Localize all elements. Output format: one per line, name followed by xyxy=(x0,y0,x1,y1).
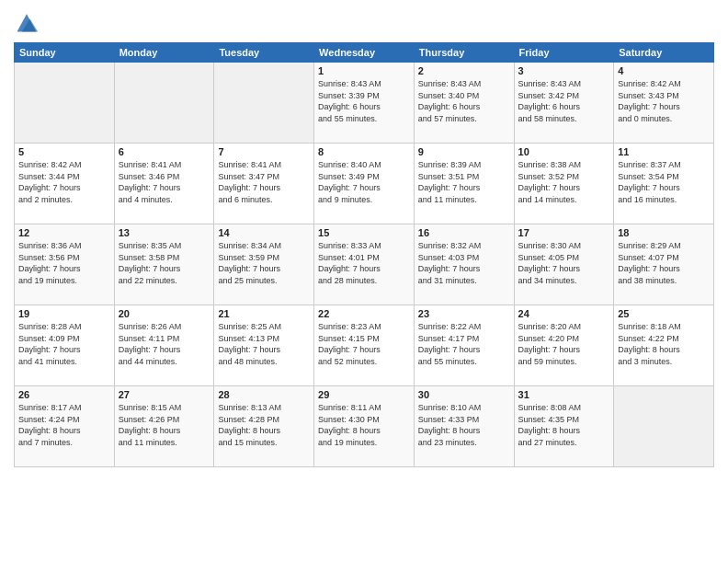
day-number: 14 xyxy=(218,227,310,238)
day-info: Sunrise: 8:30 AM Sunset: 4:05 PM Dayligh… xyxy=(518,240,610,286)
day-info: Sunrise: 8:38 AM Sunset: 3:52 PM Dayligh… xyxy=(518,159,610,205)
header-row: SundayMondayTuesdayWednesdayThursdayFrid… xyxy=(15,43,714,63)
calendar-cell: 2Sunrise: 8:43 AM Sunset: 3:40 PM Daylig… xyxy=(414,63,514,144)
day-info: Sunrise: 8:32 AM Sunset: 4:03 PM Dayligh… xyxy=(418,240,510,286)
day-number: 31 xyxy=(518,389,610,400)
day-number: 27 xyxy=(119,389,210,400)
calendar-cell: 11Sunrise: 8:37 AM Sunset: 3:54 PM Dayli… xyxy=(614,144,714,224)
calendar-cell: 30Sunrise: 8:10 AM Sunset: 4:33 PM Dayli… xyxy=(414,386,514,467)
day-number: 28 xyxy=(218,389,310,400)
calendar-page: SundayMondayTuesdayWednesdayThursdayFrid… xyxy=(0,0,728,563)
day-info: Sunrise: 8:42 AM Sunset: 3:44 PM Dayligh… xyxy=(18,159,110,205)
day-number: 22 xyxy=(318,308,410,319)
week-row-0: 1Sunrise: 8:43 AM Sunset: 3:39 PM Daylig… xyxy=(15,63,714,144)
day-info: Sunrise: 8:10 AM Sunset: 4:33 PM Dayligh… xyxy=(418,402,510,448)
day-number: 4 xyxy=(618,65,710,76)
day-number: 9 xyxy=(418,146,510,157)
day-info: Sunrise: 8:15 AM Sunset: 4:26 PM Dayligh… xyxy=(119,402,210,448)
calendar-cell xyxy=(214,63,314,144)
day-number: 7 xyxy=(218,146,310,157)
day-number: 29 xyxy=(318,389,410,400)
day-number: 6 xyxy=(119,146,210,157)
day-info: Sunrise: 8:18 AM Sunset: 4:22 PM Dayligh… xyxy=(618,321,710,367)
calendar-cell: 9Sunrise: 8:39 AM Sunset: 3:51 PM Daylig… xyxy=(414,144,514,224)
day-info: Sunrise: 8:13 AM Sunset: 4:28 PM Dayligh… xyxy=(218,402,310,448)
day-number: 18 xyxy=(618,227,710,238)
calendar-cell xyxy=(15,63,115,144)
calendar-cell: 8Sunrise: 8:40 AM Sunset: 3:49 PM Daylig… xyxy=(314,144,415,224)
day-number: 21 xyxy=(218,308,310,319)
day-header-wednesday: Wednesday xyxy=(314,43,415,63)
calendar-cell: 16Sunrise: 8:32 AM Sunset: 4:03 PM Dayli… xyxy=(414,224,514,305)
day-number: 8 xyxy=(318,146,410,157)
day-info: Sunrise: 8:25 AM Sunset: 4:13 PM Dayligh… xyxy=(218,321,310,367)
day-number: 23 xyxy=(418,308,510,319)
day-number: 13 xyxy=(119,227,210,238)
week-row-1: 5Sunrise: 8:42 AM Sunset: 3:44 PM Daylig… xyxy=(15,144,714,224)
day-number: 5 xyxy=(18,146,110,157)
calendar-cell: 29Sunrise: 8:11 AM Sunset: 4:30 PM Dayli… xyxy=(314,386,415,467)
day-number: 1 xyxy=(318,65,410,76)
calendar-cell: 14Sunrise: 8:34 AM Sunset: 3:59 PM Dayli… xyxy=(214,224,314,305)
day-header-friday: Friday xyxy=(514,43,614,63)
header xyxy=(14,9,714,35)
day-number: 25 xyxy=(618,308,710,319)
day-info: Sunrise: 8:37 AM Sunset: 3:54 PM Dayligh… xyxy=(618,159,710,205)
calendar-cell: 18Sunrise: 8:29 AM Sunset: 4:07 PM Dayli… xyxy=(614,224,714,305)
calendar-cell: 15Sunrise: 8:33 AM Sunset: 4:01 PM Dayli… xyxy=(314,224,415,305)
day-info: Sunrise: 8:41 AM Sunset: 3:47 PM Dayligh… xyxy=(218,159,310,205)
calendar-cell: 19Sunrise: 8:28 AM Sunset: 4:09 PM Dayli… xyxy=(15,305,115,386)
day-header-saturday: Saturday xyxy=(614,43,714,63)
calendar-cell: 10Sunrise: 8:38 AM Sunset: 3:52 PM Dayli… xyxy=(514,144,614,224)
day-number: 12 xyxy=(18,227,110,238)
calendar-cell: 13Sunrise: 8:35 AM Sunset: 3:58 PM Dayli… xyxy=(114,224,214,305)
day-header-thursday: Thursday xyxy=(414,43,514,63)
calendar-cell: 5Sunrise: 8:42 AM Sunset: 3:44 PM Daylig… xyxy=(15,144,115,224)
day-number: 17 xyxy=(518,227,610,238)
calendar-body: 1Sunrise: 8:43 AM Sunset: 3:39 PM Daylig… xyxy=(15,63,714,467)
calendar-cell: 21Sunrise: 8:25 AM Sunset: 4:13 PM Dayli… xyxy=(214,305,314,386)
calendar-cell: 12Sunrise: 8:36 AM Sunset: 3:56 PM Dayli… xyxy=(15,224,115,305)
day-info: Sunrise: 8:41 AM Sunset: 3:46 PM Dayligh… xyxy=(119,159,210,205)
day-info: Sunrise: 8:43 AM Sunset: 3:40 PM Dayligh… xyxy=(418,78,510,124)
day-number: 16 xyxy=(418,227,510,238)
day-info: Sunrise: 8:39 AM Sunset: 3:51 PM Dayligh… xyxy=(418,159,510,205)
day-header-monday: Monday xyxy=(114,43,214,63)
calendar-cell: 17Sunrise: 8:30 AM Sunset: 4:05 PM Dayli… xyxy=(514,224,614,305)
day-number: 11 xyxy=(618,146,710,157)
calendar-header: SundayMondayTuesdayWednesdayThursdayFrid… xyxy=(15,43,714,63)
logo-icon xyxy=(14,9,40,35)
day-info: Sunrise: 8:17 AM Sunset: 4:24 PM Dayligh… xyxy=(18,402,110,448)
calendar-cell: 7Sunrise: 8:41 AM Sunset: 3:47 PM Daylig… xyxy=(214,144,314,224)
day-number: 10 xyxy=(518,146,610,157)
calendar-cell: 22Sunrise: 8:23 AM Sunset: 4:15 PM Dayli… xyxy=(314,305,415,386)
day-info: Sunrise: 8:35 AM Sunset: 3:58 PM Dayligh… xyxy=(119,240,210,286)
calendar-cell xyxy=(614,386,714,467)
day-info: Sunrise: 8:22 AM Sunset: 4:17 PM Dayligh… xyxy=(418,321,510,367)
calendar-cell: 1Sunrise: 8:43 AM Sunset: 3:39 PM Daylig… xyxy=(314,63,415,144)
calendar-cell: 3Sunrise: 8:43 AM Sunset: 3:42 PM Daylig… xyxy=(514,63,614,144)
day-header-tuesday: Tuesday xyxy=(214,43,314,63)
calendar-table: SundayMondayTuesdayWednesdayThursdayFrid… xyxy=(14,42,714,467)
week-row-3: 19Sunrise: 8:28 AM Sunset: 4:09 PM Dayli… xyxy=(15,305,714,386)
day-info: Sunrise: 8:43 AM Sunset: 3:42 PM Dayligh… xyxy=(518,78,610,124)
day-number: 24 xyxy=(518,308,610,319)
calendar-cell: 26Sunrise: 8:17 AM Sunset: 4:24 PM Dayli… xyxy=(15,386,115,467)
day-info: Sunrise: 8:42 AM Sunset: 3:43 PM Dayligh… xyxy=(618,78,710,124)
day-number: 30 xyxy=(418,389,510,400)
day-info: Sunrise: 8:29 AM Sunset: 4:07 PM Dayligh… xyxy=(618,240,710,286)
logo xyxy=(14,9,43,35)
day-number: 2 xyxy=(418,65,510,76)
week-row-2: 12Sunrise: 8:36 AM Sunset: 3:56 PM Dayli… xyxy=(15,224,714,305)
day-info: Sunrise: 8:36 AM Sunset: 3:56 PM Dayligh… xyxy=(18,240,110,286)
day-info: Sunrise: 8:33 AM Sunset: 4:01 PM Dayligh… xyxy=(318,240,410,286)
day-number: 3 xyxy=(518,65,610,76)
day-info: Sunrise: 8:26 AM Sunset: 4:11 PM Dayligh… xyxy=(119,321,210,367)
calendar-cell: 6Sunrise: 8:41 AM Sunset: 3:46 PM Daylig… xyxy=(114,144,214,224)
day-info: Sunrise: 8:08 AM Sunset: 4:35 PM Dayligh… xyxy=(518,402,610,448)
calendar-cell: 28Sunrise: 8:13 AM Sunset: 4:28 PM Dayli… xyxy=(214,386,314,467)
day-number: 26 xyxy=(18,389,110,400)
day-info: Sunrise: 8:20 AM Sunset: 4:20 PM Dayligh… xyxy=(518,321,610,367)
calendar-cell: 4Sunrise: 8:42 AM Sunset: 3:43 PM Daylig… xyxy=(614,63,714,144)
calendar-cell xyxy=(114,63,214,144)
